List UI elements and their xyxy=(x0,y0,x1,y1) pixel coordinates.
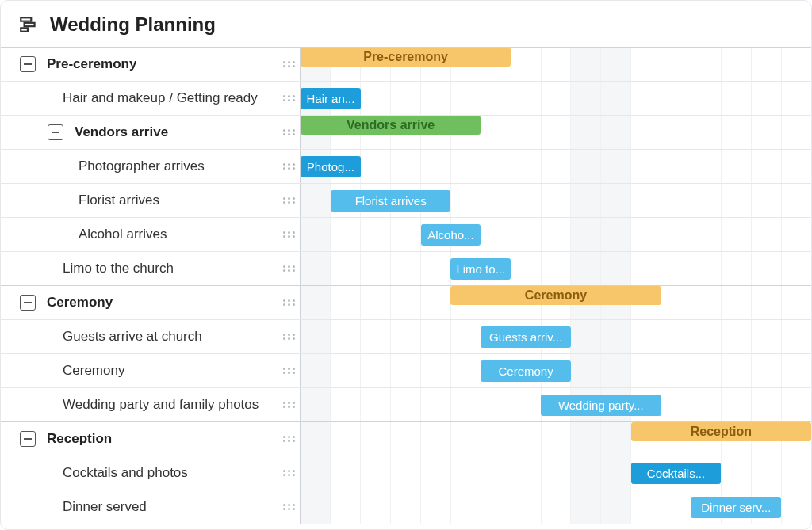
task-bar[interactable]: Limo to... xyxy=(450,258,511,280)
row-label[interactable]: Cocktails and photos xyxy=(63,465,188,481)
page-title: Wedding Planning xyxy=(50,13,216,36)
bar-layer: Reception xyxy=(301,422,811,456)
group-row: Vendors arriveVendors arrive xyxy=(1,115,811,149)
task-bar[interactable]: Cocktails... xyxy=(631,463,722,484)
drag-handle-icon[interactable] xyxy=(282,395,295,414)
row-left: Hair and makeup / Getting ready xyxy=(1,82,301,115)
row-label[interactable]: Florist arrives xyxy=(79,193,159,208)
task-row: Dinner servedDinner serv... xyxy=(1,490,811,524)
bar-layer: Florist arrives xyxy=(301,184,811,217)
row-label[interactable]: Ceremony xyxy=(63,363,124,379)
row-label[interactable]: Vendors arrive xyxy=(75,124,168,140)
collapse-toggle[interactable] xyxy=(20,431,36,447)
group-bar[interactable]: Vendors arrive xyxy=(301,116,481,135)
row-timeline: Reception xyxy=(301,422,811,456)
drag-handle-icon[interactable] xyxy=(282,55,295,74)
bar-layer: Ceremony xyxy=(301,354,811,387)
drag-handle-icon[interactable] xyxy=(282,429,295,448)
task-bar[interactable]: Alcoho... xyxy=(421,224,481,246)
task-bar[interactable]: Florist arrives xyxy=(331,190,451,212)
row-timeline: Cocktails... xyxy=(301,456,811,490)
bar-layer: Dinner serv... xyxy=(301,490,811,524)
row-left: Pre-ceremony xyxy=(1,48,301,81)
task-bar[interactable]: Wedding party... xyxy=(541,395,661,416)
bar-layer: Pre-ceremony xyxy=(301,48,811,81)
group-row: Pre-ceremonyPre-ceremony xyxy=(1,47,811,81)
row-label[interactable]: Pre-ceremony xyxy=(47,56,136,72)
row-label[interactable]: Alcohol arrives xyxy=(79,227,167,242)
row-label[interactable]: Ceremony xyxy=(47,295,113,311)
row-left: Limo to the church xyxy=(1,252,301,285)
task-row: Limo to the churchLimo to... xyxy=(1,251,811,285)
row-left: Ceremony xyxy=(1,354,301,387)
row-timeline: Ceremony xyxy=(301,286,811,319)
drag-handle-icon[interactable] xyxy=(282,327,295,346)
drag-handle-icon[interactable] xyxy=(282,89,295,108)
task-row: Wedding party and family photosWedding p… xyxy=(1,387,811,421)
row-timeline: Guests arriv... xyxy=(301,320,811,353)
row-left: Cocktails and photos xyxy=(1,456,301,490)
group-bar[interactable]: Reception xyxy=(631,422,811,441)
row-label[interactable]: Limo to the church xyxy=(63,261,174,276)
task-row: Photographer arrivesPhotog... xyxy=(1,149,811,183)
task-bar[interactable]: Guests arriv... xyxy=(481,326,571,348)
drag-handle-icon[interactable] xyxy=(282,259,295,278)
svg-rect-0 xyxy=(21,17,31,21)
drag-handle-icon[interactable] xyxy=(282,191,295,210)
svg-rect-2 xyxy=(21,28,28,31)
row-label[interactable]: Dinner served xyxy=(63,499,147,515)
row-label[interactable]: Guests arrive at church xyxy=(63,329,202,345)
task-row: Hair and makeup / Getting readyHair an..… xyxy=(1,81,811,115)
bar-layer: Guests arriv... xyxy=(301,320,811,353)
row-label[interactable]: Photographer arrives xyxy=(79,158,205,174)
drag-handle-icon[interactable] xyxy=(282,225,295,244)
row-timeline: Pre-ceremony xyxy=(301,48,811,81)
task-row: Guests arrive at churchGuests arriv... xyxy=(1,319,811,353)
bar-layer: Vendors arrive xyxy=(301,116,811,149)
row-left: Dinner served xyxy=(1,490,301,524)
bar-layer: Limo to... xyxy=(301,252,811,285)
bar-layer: Hair an... xyxy=(301,82,811,115)
header: Wedding Planning xyxy=(1,1,811,47)
row-left: Vendors arrive xyxy=(1,116,301,149)
row-timeline: Limo to... xyxy=(301,252,811,285)
bar-layer: Alcoho... xyxy=(301,218,811,251)
row-label[interactable]: Reception xyxy=(47,431,112,447)
drag-handle-icon[interactable] xyxy=(282,361,295,380)
drag-handle-icon[interactable] xyxy=(282,498,295,517)
drag-handle-icon[interactable] xyxy=(282,157,295,176)
drag-handle-icon[interactable] xyxy=(282,293,295,312)
group-bar[interactable]: Ceremony xyxy=(450,286,661,305)
row-timeline: Ceremony xyxy=(301,354,811,387)
task-row: Florist arrivesFlorist arrives xyxy=(1,183,811,217)
row-left: Guests arrive at church xyxy=(1,320,301,353)
collapse-toggle[interactable] xyxy=(20,295,36,311)
task-bar[interactable]: Photog... xyxy=(301,156,361,177)
task-bar[interactable]: Ceremony xyxy=(481,360,571,382)
task-row: Alcohol arrivesAlcoho... xyxy=(1,217,811,251)
svg-rect-1 xyxy=(25,23,35,26)
bar-layer: Photog... xyxy=(301,150,811,183)
row-timeline: Vendors arrive xyxy=(301,116,811,149)
row-timeline: Dinner serv... xyxy=(301,490,811,524)
group-row: ReceptionReception xyxy=(1,421,811,456)
row-label[interactable]: Hair and makeup / Getting ready xyxy=(63,90,258,106)
row-left: Alcohol arrives xyxy=(1,218,301,251)
drag-handle-icon[interactable] xyxy=(282,463,295,482)
task-row: Cocktails and photosCocktails... xyxy=(1,456,811,490)
task-bar[interactable]: Dinner serv... xyxy=(691,497,781,518)
task-bar[interactable]: Hair an... xyxy=(301,88,361,109)
row-left: Ceremony xyxy=(1,286,301,319)
row-timeline: Wedding party... xyxy=(301,388,811,421)
group-row: CeremonyCeremony xyxy=(1,285,811,319)
row-left: Wedding party and family photos xyxy=(1,388,301,421)
gantt-app: Wedding Planning Pre-ceremonyPre-ceremon… xyxy=(0,0,812,530)
drag-handle-icon[interactable] xyxy=(282,123,295,142)
row-left: Florist arrives xyxy=(1,184,301,217)
collapse-toggle[interactable] xyxy=(48,124,63,140)
row-left: Photographer arrives xyxy=(1,150,301,183)
group-bar[interactable]: Pre-ceremony xyxy=(301,48,511,67)
row-timeline: Photog... xyxy=(301,150,811,183)
collapse-toggle[interactable] xyxy=(20,56,36,72)
row-label[interactable]: Wedding party and family photos xyxy=(63,397,259,413)
